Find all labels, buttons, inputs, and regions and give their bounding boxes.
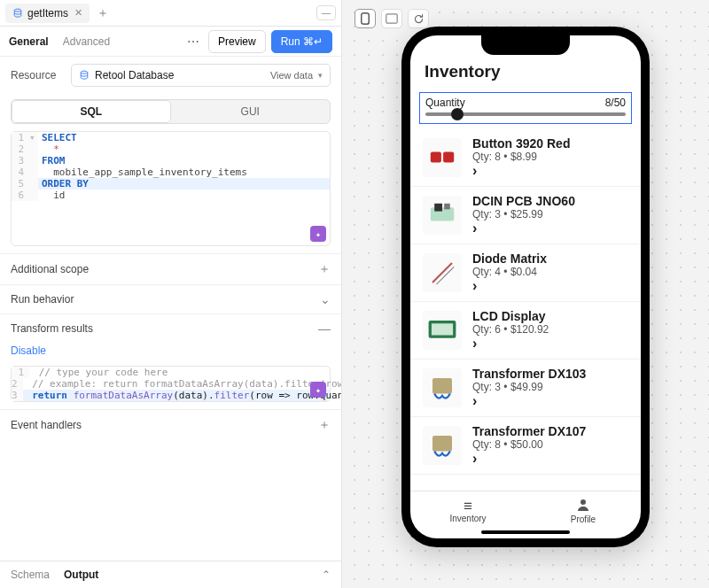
list-item[interactable]: Transformer DX107Qty: 8 • $50.00› [410, 417, 641, 475]
database-icon [12, 8, 23, 19]
inventory-list: Button 3920 RedQty: 8 • $8.99›DCIN PCB J… [410, 129, 641, 491]
section-event-handlers[interactable]: Event handlers＋ [0, 409, 341, 440]
run-button[interactable]: Run ⌘↵ [271, 30, 332, 53]
svg-rect-6 [443, 151, 454, 162]
device-phone-button[interactable] [354, 9, 376, 28]
sql-editor[interactable]: 1▾SELECT 2 * 3FROM 4 mobile_app_sample_i… [11, 131, 331, 246]
seg-gui[interactable]: GUI [171, 100, 331, 123]
svg-point-1 [81, 71, 88, 74]
list-item[interactable]: LCD DisplayQty: 6 • $120.92› [410, 302, 641, 360]
editor-footer: Schema Output ⌃ [0, 561, 341, 588]
query-editor-panel: getItems ✕ ＋ — General Advanced ⋯ Previe… [0, 0, 342, 588]
item-name: Diode Matrix [472, 251, 628, 266]
svg-rect-10 [444, 204, 450, 210]
sql-gui-toggle: SQL GUI [11, 99, 331, 124]
item-thumbnail [423, 196, 462, 235]
list-item[interactable]: Diode MatrixQty: 4 • $0.04› [410, 244, 641, 302]
screen-title: Inventory [425, 62, 627, 81]
item-thumbnail [423, 368, 462, 407]
resource-row: Resource Retool Database View data ▾ [0, 57, 341, 94]
close-icon[interactable]: ✕ [74, 7, 82, 19]
list-item[interactable]: Button 3920 RedQty: 8 • $8.99› [410, 129, 641, 187]
list-item[interactable]: Transformer DX103Qty: 3 • $49.99› [410, 360, 641, 417]
section-run-behavior[interactable]: Run behavior⌄ [0, 284, 341, 313]
quantity-slider[interactable]: Quantity 8/50 [419, 92, 632, 124]
item-thumbnail [423, 253, 462, 292]
view-data-link[interactable]: View data [270, 70, 313, 81]
resource-label: Resource [11, 69, 64, 81]
nav-inventory[interactable]: ≡ Inventory [410, 491, 526, 530]
chevron-right-icon: › [472, 163, 628, 179]
refresh-button[interactable] [408, 9, 429, 28]
query-subnav: General Advanced ⋯ Preview Run ⌘↵ [0, 27, 341, 57]
minus-icon: — [318, 321, 331, 336]
ai-assist-icon[interactable]: ✦ [310, 382, 326, 398]
svg-point-21 [580, 499, 586, 505]
transform-editor[interactable]: 1 // type your code here 2 // example: r… [11, 366, 331, 402]
svg-rect-20 [432, 436, 452, 452]
svg-rect-5 [431, 151, 441, 162]
device-tablet-button[interactable] [381, 9, 402, 28]
chevron-down-icon: ⌄ [320, 292, 331, 306]
canvas-panel: Inventory Quantity 8/50 Button 3920 RedQ… [342, 0, 709, 588]
svg-point-0 [14, 9, 21, 12]
footer-schema[interactable]: Schema [11, 569, 50, 581]
device-toolbar [354, 9, 429, 28]
item-name: Button 3920 Red [472, 136, 628, 151]
database-icon [79, 70, 90, 81]
footer-output[interactable]: Output [64, 569, 98, 581]
item-subtitle: Qty: 8 • $8.99 [472, 151, 628, 163]
subnav-general[interactable]: General [9, 35, 49, 48]
item-subtitle: Qty: 4 • $0.04 [472, 266, 628, 278]
seg-sql[interactable]: SQL [12, 100, 171, 123]
home-indicator [481, 530, 570, 534]
item-name: Transformer DX107 [472, 424, 628, 438]
subnav-advanced[interactable]: Advanced [63, 35, 110, 48]
section-transform-results[interactable]: Transform results— [0, 313, 341, 343]
svg-rect-4 [423, 138, 462, 177]
slider-label: Quantity [425, 97, 465, 109]
svg-rect-9 [434, 204, 442, 212]
slider-value: 8/50 [605, 97, 626, 109]
resource-name: Retool Database [95, 69, 174, 81]
chevron-right-icon: › [472, 393, 628, 409]
item-name: DCIN PCB JNO60 [472, 194, 628, 208]
slider-thumb[interactable] [451, 108, 464, 120]
chevron-right-icon: › [472, 278, 628, 294]
item-subtitle: Qty: 6 • $120.92 [472, 323, 628, 336]
resource-picker[interactable]: Retool Database View data ▾ [71, 64, 331, 87]
query-tab-label: getItems [27, 7, 68, 19]
svg-rect-18 [432, 378, 452, 394]
add-tab-button[interactable]: ＋ [93, 5, 113, 21]
chevron-up-icon[interactable]: ⌃ [322, 569, 331, 581]
list-icon: ≡ [464, 499, 472, 514]
chevron-right-icon: › [472, 336, 628, 352]
item-subtitle: Qty: 3 • $49.99 [472, 381, 628, 393]
section-additional-scope[interactable]: Additional scope＋ [0, 253, 341, 284]
item-subtitle: Qty: 8 • $50.00 [472, 438, 628, 451]
chevron-right-icon: › [472, 451, 628, 467]
list-item[interactable]: DCIN PCB JNO60Qty: 3 • $25.99› [410, 187, 641, 244]
preview-button[interactable]: Preview [208, 30, 266, 53]
phone-frame: Inventory Quantity 8/50 Button 3920 RedQ… [401, 27, 650, 547]
svg-rect-3 [386, 14, 397, 23]
svg-rect-2 [362, 13, 369, 24]
svg-rect-16 [432, 323, 453, 335]
chevron-right-icon: › [472, 220, 628, 236]
slider-track[interactable] [425, 112, 626, 116]
item-thumbnail [423, 426, 462, 465]
disable-link[interactable]: Disable [11, 344, 46, 357]
query-tabbar: getItems ✕ ＋ — [0, 0, 341, 27]
nav-profile[interactable]: Profile [526, 491, 641, 530]
minimize-button[interactable]: — [316, 5, 336, 20]
plus-icon: ＋ [318, 417, 331, 433]
ai-assist-icon[interactable]: ✦ [310, 226, 326, 242]
query-tab-getitems[interactable]: getItems ✕ [5, 4, 90, 23]
item-subtitle: Qty: 3 • $25.99 [472, 208, 628, 220]
phone-notch [481, 35, 570, 55]
phone-screen: Inventory Quantity 8/50 Button 3920 RedQ… [410, 35, 641, 538]
more-menu-icon[interactable]: ⋯ [183, 33, 203, 50]
item-name: LCD Display [472, 309, 628, 323]
profile-icon [576, 498, 590, 514]
item-thumbnail [423, 311, 462, 350]
